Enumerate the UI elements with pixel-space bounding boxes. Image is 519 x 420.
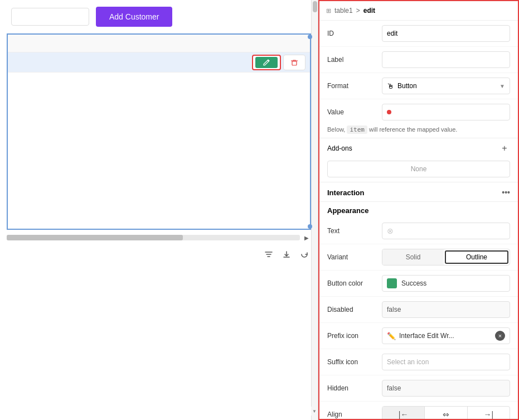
suffix-icon-field[interactable]: Select an icon — [382, 354, 510, 370]
table-data-row — [8, 52, 310, 73]
hint-text-before: Below, — [327, 126, 345, 133]
edit-btn-inner — [255, 57, 278, 68]
right-header: ⊞ table1 > edit — [319, 1, 518, 21]
align-right-option[interactable]: →| — [468, 407, 510, 419]
prefix-icon-text: Interface Edit Wr... — [399, 332, 492, 340]
prefix-icon-field-row: Prefix icon ✏️ Interface Edit Wr... × — [319, 323, 518, 349]
delete-button[interactable] — [283, 55, 305, 70]
addons-label: Add-ons — [327, 144, 499, 152]
bottom-down-arrow[interactable]: ▼ — [311, 407, 318, 416]
search-input[interactable] — [11, 8, 89, 26]
format-field-row: Format 🖱 Button ▼ — [319, 73, 518, 99]
interaction-menu-button[interactable]: ••• — [502, 188, 510, 197]
text-field-row: Text ⊗ — [319, 218, 518, 244]
left-panel: Add Customer — [0, 0, 318, 420]
table-header-row — [8, 35, 310, 52]
breadcrumb-separator: > — [356, 7, 360, 15]
hint-text-after: will reference the mapped value. — [369, 126, 457, 133]
hint-code: item — [347, 125, 367, 134]
resize-handle-bottom[interactable] — [308, 224, 312, 229]
text-input[interactable]: ⊗ — [382, 223, 510, 239]
h-scroll-track[interactable] — [7, 235, 300, 240]
format-chevron-icon: ▼ — [499, 83, 505, 89]
empty-rows — [8, 73, 310, 229]
breadcrumb-table: table1 — [334, 7, 353, 15]
trash-icon — [290, 59, 298, 66]
suffix-icon-field-row: Suffix icon Select an icon — [319, 349, 518, 375]
bottom-toolbar — [0, 245, 318, 263]
format-value: Button — [397, 82, 417, 90]
label-label: Label — [327, 56, 377, 64]
prefix-icon-field[interactable]: ✏️ Interface Edit Wr... × — [382, 327, 510, 344]
format-label: Format — [327, 82, 377, 90]
label-input[interactable] — [382, 51, 510, 68]
refresh-icon[interactable] — [298, 248, 311, 261]
hidden-label: Hidden — [327, 384, 377, 392]
scroll-right-arrow[interactable]: ▶ — [302, 233, 311, 242]
edit-button[interactable] — [252, 55, 281, 70]
add-customer-button[interactable]: Add Customer — [96, 7, 172, 27]
variant-solid-option[interactable]: Solid — [382, 249, 444, 265]
value-field-row: Value — [319, 99, 518, 125]
interaction-title: Interaction — [327, 189, 502, 197]
addons-row: Add-ons + — [319, 138, 518, 158]
align-label: Align — [327, 411, 377, 418]
addons-none: None — [327, 161, 510, 177]
variant-field-row: Variant Solid Outline — [319, 244, 518, 271]
label-field-row: Label — [319, 47, 518, 73]
breadcrumb-current: edit — [363, 7, 375, 15]
header-menu-button[interactable] — [494, 9, 501, 12]
variant-outline-option[interactable]: Outline — [445, 250, 508, 264]
h-scroll-thumb — [7, 235, 183, 240]
text-label: Text — [327, 227, 377, 235]
svg-rect-0 — [292, 61, 297, 65]
button-color-field-row: Button color Success — [319, 271, 518, 297]
color-label: Success — [401, 279, 426, 287]
format-select[interactable]: 🖱 Button ▼ — [382, 78, 510, 94]
disabled-field-row: Disabled false — [319, 297, 518, 323]
button-color-field[interactable]: Success — [382, 275, 510, 292]
hidden-value[interactable]: false — [382, 380, 510, 397]
right-panel: ⊞ table1 > edit ID Label Format 🖱 Button — [318, 0, 519, 420]
format-select-inner: 🖱 Button — [387, 82, 417, 90]
id-input[interactable] — [382, 25, 510, 42]
variant-label: Variant — [327, 253, 377, 261]
prefix-icon-label: Prefix icon — [327, 332, 377, 340]
align-left-icon: |← — [399, 410, 409, 419]
button-color-label: Button color — [327, 279, 377, 287]
resize-handle-top[interactable] — [308, 35, 312, 39]
align-left-option[interactable]: |← — [382, 407, 425, 419]
prefix-icon-clear-button[interactable]: × — [495, 331, 505, 341]
align-field-row: Align |← ⇔ →| — [319, 402, 518, 419]
top-bar: Add Customer — [0, 0, 318, 33]
download-icon[interactable] — [280, 248, 293, 261]
bottom-scrollbar: ▶ — [7, 233, 311, 242]
pencil-icon — [263, 59, 270, 66]
value-label: Value — [327, 108, 377, 116]
hidden-field-row: Hidden false — [319, 375, 518, 402]
align-center-option[interactable]: ⇔ — [425, 407, 467, 419]
action-buttons — [252, 55, 305, 70]
color-swatch — [387, 278, 397, 288]
text-clear-icon: ⊗ — [387, 226, 394, 235]
grid-icon: ⊞ — [326, 7, 331, 15]
value-input[interactable] — [382, 104, 510, 120]
left-scrollbar[interactable] — [311, 0, 318, 420]
table-area — [7, 33, 311, 230]
header-close-button[interactable] — [505, 9, 511, 12]
disabled-label: Disabled — [327, 306, 377, 313]
scroll-thumb — [313, 1, 317, 12]
align-center-icon: ⇔ — [443, 410, 449, 419]
disabled-value[interactable]: false — [382, 301, 510, 318]
align-right-icon: →| — [484, 410, 494, 419]
appearance-title: Appearance — [319, 201, 518, 218]
red-dot — [387, 110, 391, 114]
format-cursor-icon: 🖱 — [387, 82, 394, 90]
prefix-pencil-icon: ✏️ — [387, 332, 396, 340]
id-label: ID — [327, 30, 377, 37]
suffix-icon-label: Suffix icon — [327, 358, 377, 366]
interaction-section-header: Interaction ••• — [319, 182, 518, 201]
filter-icon[interactable] — [262, 248, 275, 261]
addons-plus-button[interactable]: + — [499, 143, 510, 154]
align-toggle: |← ⇔ →| — [382, 406, 510, 419]
